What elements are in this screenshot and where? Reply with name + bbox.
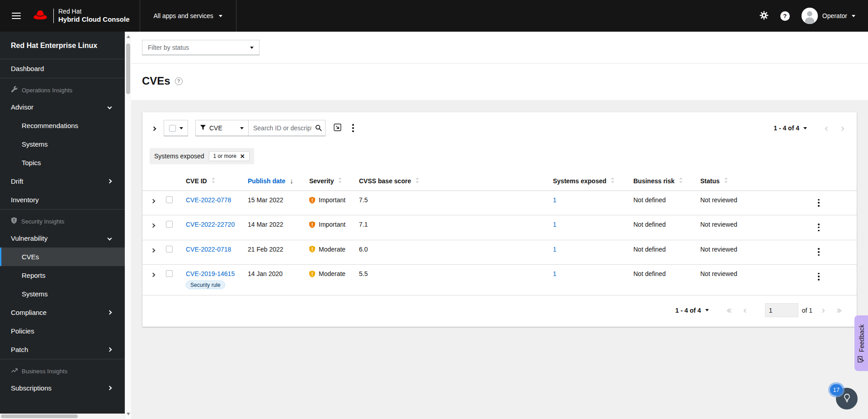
table-header-row: CVE ID Publish date ↓ Severity	[142, 173, 857, 191]
sidebar-item-subscriptions[interactable]: Subscriptions	[0, 379, 125, 397]
row-kebab-menu[interactable]	[814, 196, 823, 209]
sidebar-horizontal-scrollbar[interactable]	[0, 414, 125, 419]
expand-all-button[interactable]	[150, 122, 158, 134]
feedback-tab[interactable]: Feedback	[854, 315, 868, 371]
page-number-input[interactable]	[765, 303, 798, 317]
sidebar-item-advisor[interactable]: Advisor	[0, 98, 125, 116]
row-checkbox[interactable]	[166, 246, 173, 252]
systems-exposed-link[interactable]: 1	[553, 246, 557, 253]
masthead: Red Hat Hybrid Cloud Console All apps an…	[0, 0, 868, 32]
shield-icon	[11, 217, 17, 225]
sidebar-item-cves[interactable]: CVEs	[0, 248, 125, 266]
bulk-select-checkbox[interactable]	[169, 125, 176, 132]
col-header-systems-exposed[interactable]: Systems exposed	[549, 173, 630, 191]
col-header-cve-id[interactable]: CVE ID	[182, 173, 244, 191]
cve-id-link[interactable]: CVE-2022-0718	[186, 246, 231, 253]
page-help-icon[interactable]: ?	[175, 77, 183, 85]
sidebar-item-inventory[interactable]: Inventory	[0, 190, 125, 209]
chip-close-button[interactable]: ✕	[240, 153, 245, 159]
row-checkbox[interactable]	[166, 270, 173, 277]
col-header-publish-date[interactable]: Publish date ↓	[244, 173, 306, 191]
brand-logo[interactable]: Red Hat Hybrid Cloud Console	[32, 8, 130, 24]
row-kebab-menu[interactable]	[814, 221, 823, 233]
severity-shield-icon	[309, 271, 315, 277]
row-checkbox[interactable]	[166, 221, 173, 228]
cve-table: CVE ID Publish date ↓ Severity	[142, 173, 857, 295]
sidebar-section-business-insights: Business Insights	[0, 359, 125, 379]
systems-exposed-link[interactable]: 1	[553, 221, 557, 228]
next-page-button[interactable]	[835, 123, 849, 133]
sidebar-item-policies[interactable]: Policies	[0, 322, 125, 340]
bulk-select-dropdown[interactable]	[164, 120, 188, 136]
help-button[interactable]: ?	[780, 11, 790, 21]
col-header-business-risk[interactable]: Business risk	[630, 173, 697, 191]
page-header: CVEs ?	[131, 64, 868, 100]
sidebar-item-vulnerability[interactable]: Vulnerability	[0, 229, 125, 248]
col-header-severity[interactable]: Severity	[306, 173, 355, 191]
sidebar-scrollbar[interactable]	[125, 32, 131, 419]
systems-exposed-link[interactable]: 1	[553, 270, 557, 277]
chevron-down-icon	[108, 236, 112, 241]
table-row: CVE-2022-22720 14 Mar 2022 Important 7.1…	[142, 215, 857, 240]
row-kebab-menu[interactable]	[814, 270, 823, 283]
chevron-down-icon	[250, 47, 254, 49]
col-header-cvss[interactable]: CVSS base score	[355, 173, 549, 191]
business-risk-cell: Not defined	[630, 265, 697, 295]
filter-type-label: CVE	[209, 124, 222, 132]
toolbar-kebab-menu[interactable]	[349, 122, 358, 134]
cve-id-link[interactable]: CVE-2019-14615	[186, 270, 235, 277]
sidebar-item-systems[interactable]: Systems	[0, 285, 125, 303]
publish-date-cell: 14 Jan 2020	[244, 265, 306, 295]
sidebar-item-patch[interactable]: Patch	[0, 340, 125, 359]
user-menu[interactable]: Operator	[802, 8, 855, 24]
menu-toggle-button[interactable]	[12, 11, 21, 21]
settings-button[interactable]	[760, 11, 769, 21]
sidebar-item-compliance[interactable]: Compliance	[0, 303, 125, 322]
systems-exposed-link[interactable]: 1	[553, 196, 557, 204]
app-switcher-dropdown[interactable]: All apps and services	[140, 0, 236, 32]
status-filter-select[interactable]: Filter by status	[142, 40, 259, 55]
row-kebab-menu[interactable]	[814, 246, 823, 258]
sidebar-item-topics[interactable]: Topics	[0, 153, 125, 172]
chevron-right-icon	[151, 224, 156, 228]
cve-id-link[interactable]: CVE-2022-0778	[186, 196, 231, 204]
row-expand-button[interactable]	[149, 246, 157, 254]
scrollbar-thumb[interactable]	[126, 43, 130, 94]
first-page-button[interactable]	[722, 305, 738, 315]
row-expand-button[interactable]	[149, 221, 157, 229]
next-page-button[interactable]	[815, 305, 830, 315]
sidebar-item-dashboard[interactable]: Dashboard	[0, 59, 125, 78]
row-checkbox[interactable]	[166, 196, 173, 203]
prev-page-button[interactable]	[820, 123, 835, 133]
virtual-assistant-button[interactable]: 17	[836, 388, 858, 409]
scroll-up-arrow-icon[interactable]	[127, 35, 130, 38]
scroll-down-arrow-icon[interactable]	[127, 413, 130, 415]
filter-type-dropdown[interactable]: CVE	[195, 120, 249, 136]
export-button[interactable]	[331, 121, 344, 135]
severity-shield-icon	[309, 246, 315, 252]
filter-chip-group: Systems exposed 1 or more ✕	[150, 148, 254, 164]
last-page-button[interactable]	[830, 305, 847, 315]
table-toolbar: CVE	[142, 120, 857, 136]
search-input[interactable]	[249, 120, 326, 136]
sort-icon	[611, 177, 614, 185]
col-header-status[interactable]: Status	[697, 173, 811, 191]
business-risk-cell: Not defined	[630, 191, 697, 215]
chevron-right-icon	[108, 179, 112, 184]
search-icon[interactable]	[315, 124, 322, 133]
sidebar-item-recommendations[interactable]: Recommendations	[0, 116, 125, 135]
sidebar-item-drift[interactable]: Drift	[0, 172, 125, 190]
row-expand-button[interactable]	[149, 270, 157, 279]
severity-label: Moderate	[319, 246, 345, 253]
publish-date-cell: 14 Mar 2022	[244, 215, 306, 240]
row-expand-button[interactable]	[149, 196, 157, 205]
pagination-menu-toggle[interactable]: 1 - 4 of 4	[675, 307, 709, 314]
pagination-menu-toggle[interactable]: 1 - 4 of 4	[774, 124, 807, 132]
sidebar-item-systems[interactable]: Systems	[0, 135, 125, 153]
filter-chip: 1 or more ✕	[209, 151, 250, 161]
prev-page-button[interactable]	[738, 305, 753, 315]
sidebar-item-reports[interactable]: Reports	[0, 266, 125, 285]
feedback-label: Feedback	[858, 324, 865, 352]
cve-id-link[interactable]: CVE-2022-22720	[186, 221, 235, 228]
trend-icon	[11, 367, 18, 375]
